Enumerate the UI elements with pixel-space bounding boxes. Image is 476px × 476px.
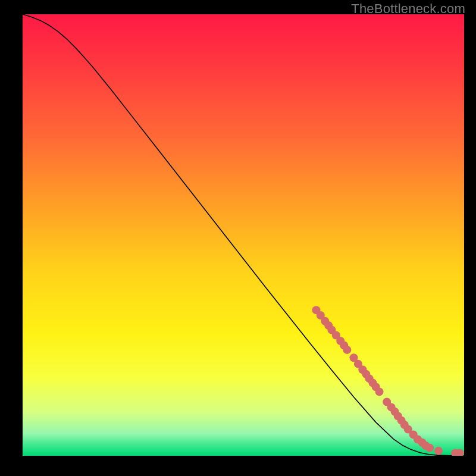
watermark-label: TheBottleneck.com bbox=[351, 1, 465, 17]
plot-area bbox=[23, 14, 464, 456]
chart-frame: TheBottleneck.com bbox=[0, 0, 476, 476]
chart-canvas bbox=[23, 14, 464, 456]
